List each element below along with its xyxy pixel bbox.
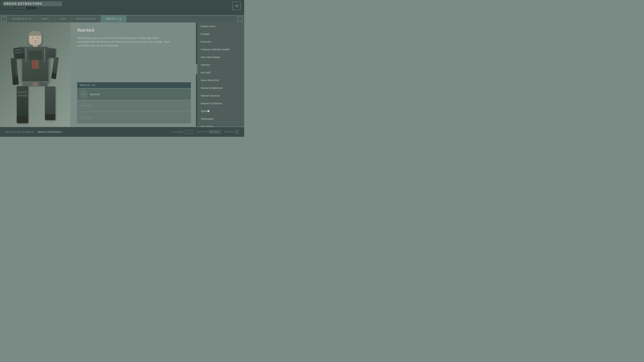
traits-header: TRAITS: 1/3 xyxy=(77,82,191,88)
trait-slot-2-name: {OPTIONAL} xyxy=(80,105,94,107)
tab-traits[interactable]: TRAITS: 1/3 xyxy=(101,15,127,22)
info-panel: Wanted Someone put a price on your head,… xyxy=(70,22,196,127)
employee-number-value: 190514-2009140512 xyxy=(38,131,62,133)
finish-key-button[interactable]: R xyxy=(235,130,239,134)
scrollbar-thumb[interactable] xyxy=(196,64,197,74)
sidebar-item-label: Spaced xyxy=(201,110,209,112)
sidebar-item-11[interactable]: Spaced xyxy=(198,107,244,115)
sidebar-item-label: Dream Home xyxy=(201,25,216,28)
sidebar-item-label: Extrovert xyxy=(201,40,211,43)
scrollbar-divider xyxy=(196,22,197,127)
char-arm-right xyxy=(51,57,59,79)
rotate-control: ROTATE MOUSE2 xyxy=(197,130,222,134)
tab-background[interactable]: BACKGROUND xyxy=(72,15,101,22)
trait-description: Someone put a price on your head, and wo… xyxy=(77,36,171,47)
footer-controls: CHANGE ← → ROTATE MOUSE2 FINISH R xyxy=(173,130,239,134)
sidebar-item-4[interactable]: Hero Worshipped xyxy=(198,53,244,61)
traits-container: TRAITS: 1/3 Wanted xyxy=(77,82,191,123)
change-keys-button[interactable]: ← → xyxy=(185,130,193,134)
trait-icon-wanted xyxy=(80,90,88,98)
sidebar-item-label: Empath xyxy=(201,32,210,35)
tab-body[interactable]: BODY xyxy=(36,15,54,22)
sidebar-item-8[interactable]: Raised Enlightened xyxy=(198,84,244,92)
char-torso xyxy=(22,47,48,82)
char-arm-left xyxy=(10,58,19,85)
char-head xyxy=(29,31,42,45)
trait-slot-2[interactable]: {OPTIONAL} xyxy=(77,100,191,112)
char-shoulder-left xyxy=(13,47,24,59)
trait-slot-1-name: Wanted xyxy=(90,93,100,96)
rotate-key-button: MOUSE2 xyxy=(208,130,222,134)
sidebar-item-9[interactable]: Raised Universal xyxy=(198,92,244,99)
finish-label: FINISH xyxy=(225,131,234,133)
sidebar-item-0[interactable]: Dream Home xyxy=(198,22,244,30)
sidebar-item-label: Raised Universal xyxy=(201,94,220,97)
title-block: ARGOS EXTRACTORS RECORD LOCATOR xyxy=(0,0,62,9)
sidebar-item-label: Raised Enlightened xyxy=(201,86,222,89)
rotate-label: ROTATE xyxy=(197,131,206,133)
sidebar-item-7[interactable]: Neon Street Rat xyxy=(198,76,244,84)
sidebar-item-label: Introvert xyxy=(201,63,210,66)
nav-right-button[interactable]: T xyxy=(237,16,242,22)
sidebar-item-6[interactable]: Kid Stuff xyxy=(198,69,244,76)
sidebar-item-3[interactable]: Freestar Collective Settler xyxy=(198,45,244,53)
rotate-key-value: MOUSE2 xyxy=(210,131,220,133)
ae-logo: AE xyxy=(232,2,241,10)
sidebar-item-label: Neon Street Rat xyxy=(201,79,219,82)
tab-biometric-id[interactable]: BIOMETRIC ID xyxy=(8,15,36,22)
change-key-left: ← xyxy=(186,131,189,133)
trait-slot-1[interactable]: Wanted xyxy=(77,88,191,100)
sidebar-item-label: Terra Firma xyxy=(201,125,214,127)
character-portrait xyxy=(0,22,70,127)
record-locator: RECORD LOCATOR xyxy=(3,6,36,9)
change-control: CHANGE ← → xyxy=(173,130,193,134)
nav-left-button[interactable]: 0 xyxy=(1,16,6,22)
change-label: CHANGE xyxy=(173,131,184,133)
sidebar-item-label: Freestar Collective Settler xyxy=(201,48,230,51)
char-leg-right xyxy=(45,86,55,120)
sidebar-item-label: Kid Stuff xyxy=(201,71,210,74)
sidebar-item-label: Hero Worshipped xyxy=(201,56,220,58)
finish-control: FINISH R xyxy=(225,130,239,134)
nav-tabs: 0 BIOMETRIC ID BODY FACE BACKGROUND TRAI… xyxy=(0,15,244,22)
right-sidebar[interactable]: Dream HomeEmpathExtrovertFreestar Collec… xyxy=(197,22,244,127)
sidebar-item-label: Serpent's Embrace xyxy=(201,102,222,105)
tab-face[interactable]: FACE xyxy=(54,15,72,22)
sidebar-item-label: Taskmaster xyxy=(201,117,214,120)
sidebar-item-10[interactable]: Serpent's Embrace xyxy=(198,99,244,107)
sidebar-item-5[interactable]: Introvert xyxy=(198,61,244,69)
header: ARGOS EXTRACTORS RECORD LOCATOR AE xyxy=(0,0,244,15)
employee-number-label: EMPLOYEE NUMBER: xyxy=(5,131,35,133)
trait-title: Wanted xyxy=(77,27,191,33)
finish-key-value: R xyxy=(236,131,238,133)
sidebar-item-2[interactable]: Extrovert xyxy=(198,38,244,45)
char-shoulder-right xyxy=(47,48,56,58)
sidebar-item-13[interactable]: Terra Firma xyxy=(198,123,244,127)
svg-point-6 xyxy=(83,93,84,94)
sidebar-item-12[interactable]: Taskmaster xyxy=(198,115,244,123)
footer: EMPLOYEE NUMBER: 190514-2009140512 CHANG… xyxy=(0,127,244,137)
character-figure xyxy=(12,29,59,127)
app-title: ARGOS EXTRACTORS xyxy=(3,1,62,6)
trait-slot-3-name: {OPTIONAL} xyxy=(80,116,94,119)
sidebar-item-1[interactable]: Empath xyxy=(198,30,244,38)
trait-slot-3[interactable]: {OPTIONAL} xyxy=(77,112,191,123)
change-key-right: → xyxy=(190,131,192,133)
char-belt xyxy=(22,81,48,86)
char-leg-left xyxy=(17,86,28,123)
main-content: Wanted Someone put a price on your head,… xyxy=(0,22,244,127)
portrait-area xyxy=(0,22,70,127)
